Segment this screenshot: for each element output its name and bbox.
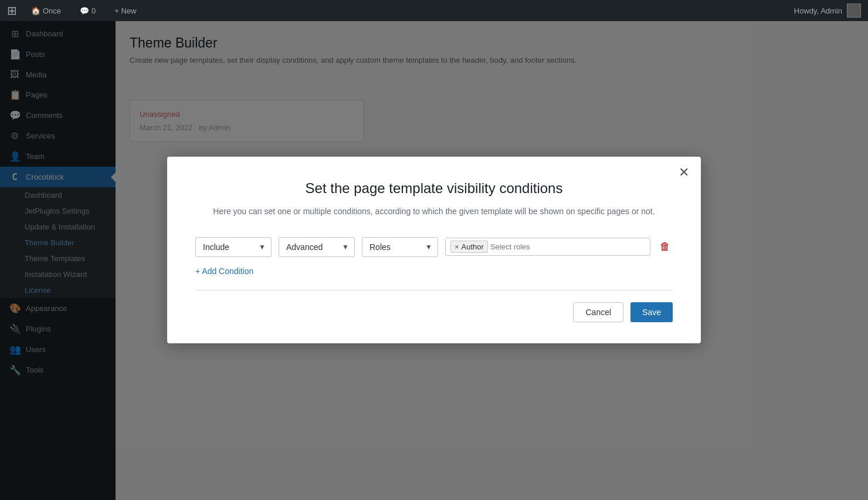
modal-close-button[interactable]: ✕: [679, 166, 689, 179]
modal-title: Set the page template visibility conditi…: [195, 180, 673, 197]
admin-bar-site[interactable]: 🏠 Once: [26, 0, 66, 21]
delete-condition-button[interactable]: 🗑: [657, 238, 673, 255]
advanced-select[interactable]: Advanced Basic: [279, 237, 355, 257]
admin-bar-right: Howdy, Admin: [794, 4, 861, 18]
include-select[interactable]: Include Exclude: [195, 237, 272, 257]
modal-overlay[interactable]: ✕ Set the page template visibility condi…: [0, 0, 868, 500]
roles-select[interactable]: Roles Posts Pages: [362, 237, 438, 257]
author-tag: × Author: [450, 241, 488, 253]
modal-dialog: ✕ Set the page template visibility condi…: [167, 157, 701, 343]
save-button[interactable]: Save: [630, 302, 673, 322]
comments-icon: 💬: [80, 6, 89, 15]
home-icon: 🏠: [31, 6, 40, 15]
modal-divider: [195, 290, 673, 290]
trash-icon: 🗑: [660, 241, 670, 252]
roles-select-wrapper: Roles Posts Pages ▼: [362, 237, 438, 257]
tag-remove-icon[interactable]: ×: [455, 242, 459, 251]
admin-bar-comments[interactable]: 💬 0: [75, 0, 100, 21]
condition-row: Include Exclude ▼ Advanced Basic ▼ Roles…: [195, 237, 673, 257]
admin-bar-new[interactable]: + New: [110, 0, 141, 21]
avatar[interactable]: [847, 4, 861, 18]
roles-tag-input[interactable]: × Author: [445, 238, 650, 256]
modal-footer: Cancel Save: [195, 302, 673, 322]
wp-logo-icon[interactable]: ⊞: [7, 4, 17, 18]
cancel-button[interactable]: Cancel: [573, 302, 623, 322]
add-condition-button[interactable]: + Add Condition: [195, 266, 253, 276]
select-roles-input[interactable]: [490, 242, 589, 251]
advanced-select-wrapper: Advanced Basic ▼: [279, 237, 355, 257]
modal-description: Here you can set one or multiple conditi…: [195, 205, 673, 218]
admin-bar: ⊞ 🏠 Once 💬 0 + New Howdy, Admin: [0, 0, 868, 21]
include-select-wrapper: Include Exclude ▼: [195, 237, 272, 257]
